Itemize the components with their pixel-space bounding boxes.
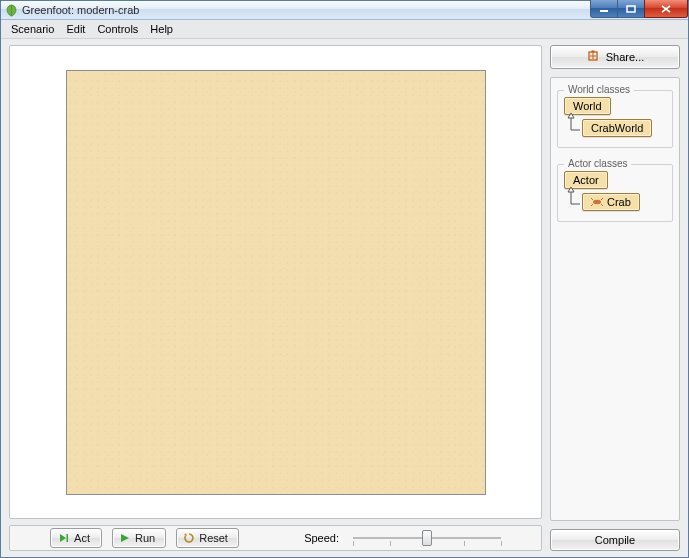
svg-rect-3 — [67, 534, 69, 542]
greenfoot-app-icon — [5, 4, 18, 17]
act-label: Act — [74, 532, 90, 544]
crab-icon — [591, 196, 603, 208]
window-title: Greenfoot: modern-crab — [22, 4, 139, 16]
menu-edit[interactable]: Edit — [60, 22, 91, 36]
world-view-panel — [9, 45, 542, 519]
menu-scenario[interactable]: Scenario — [5, 22, 60, 36]
class-diagram-panel: World classes World CrabWorld — [550, 77, 680, 521]
class-crabworld[interactable]: CrabWorld — [582, 119, 652, 137]
svg-rect-2 — [627, 6, 635, 12]
menu-bar: Scenario Edit Controls Help — [1, 20, 688, 39]
world-classes-legend: World classes — [564, 84, 634, 95]
reset-button[interactable]: Reset — [176, 528, 239, 548]
reset-icon — [183, 532, 195, 544]
svg-rect-1 — [600, 10, 608, 12]
speed-slider-thumb[interactable] — [422, 530, 432, 546]
compile-button[interactable]: Compile — [550, 529, 680, 551]
close-button[interactable] — [644, 0, 688, 18]
run-label: Run — [135, 532, 155, 544]
svg-rect-5 — [591, 51, 594, 53]
control-bar: Act Run Reset Speed: — [9, 525, 542, 551]
step-icon — [58, 532, 70, 544]
play-icon — [119, 532, 131, 544]
reset-label: Reset — [199, 532, 228, 544]
world-canvas[interactable] — [66, 70, 486, 495]
share-label: Share... — [606, 51, 645, 63]
menu-help[interactable]: Help — [144, 22, 179, 36]
actor-classes-group: Actor classes Actor — [557, 164, 673, 222]
compile-label: Compile — [595, 534, 635, 546]
class-crab[interactable]: Crab — [582, 193, 640, 211]
inheritance-arrow-icon — [564, 117, 582, 139]
title-bar: Greenfoot: modern-crab — [1, 1, 688, 20]
speed-slider[interactable] — [353, 528, 501, 548]
minimize-button[interactable] — [590, 0, 618, 18]
speed-label: Speed: — [304, 532, 343, 544]
act-button[interactable]: Act — [50, 528, 102, 548]
menu-controls[interactable]: Controls — [91, 22, 144, 36]
world-classes-group: World classes World CrabWorld — [557, 90, 673, 148]
inheritance-arrow-icon — [564, 191, 582, 213]
run-button[interactable]: Run — [112, 528, 166, 548]
actor-classes-legend: Actor classes — [564, 158, 631, 169]
svg-point-6 — [593, 200, 601, 204]
maximize-button[interactable] — [617, 0, 645, 18]
share-icon — [586, 50, 600, 64]
share-button[interactable]: Share... — [550, 45, 680, 69]
